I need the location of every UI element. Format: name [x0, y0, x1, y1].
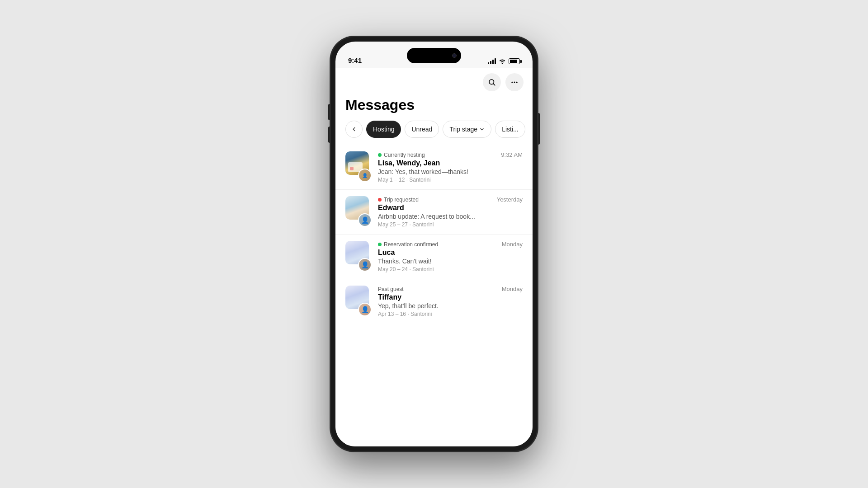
message-dates: May 20 – 24 · Santorini	[378, 266, 523, 272]
message-time: 9:32 AM	[501, 151, 523, 158]
message-preview: Thanks. Can't wait!	[378, 258, 523, 265]
message-header: Trip requested Yesterday	[378, 196, 523, 203]
message-time: Yesterday	[497, 196, 523, 203]
filter-unread-button[interactable]: Unread	[405, 121, 439, 138]
message-item[interactable]: 👤 Reservation confirmed Monday	[335, 234, 533, 279]
filter-hosting-label: Hosting	[373, 126, 394, 133]
guest-avatar: 👤	[358, 169, 372, 182]
message-time: Monday	[502, 241, 523, 248]
message-preview: Jean: Yes, that worked—thanks!	[378, 168, 523, 175]
phone-frame: 9:41	[330, 36, 538, 452]
guest-avatar: 👤	[358, 258, 372, 272]
filter-trip-stage-button[interactable]: Trip stage	[443, 121, 491, 138]
message-status: Trip requested	[378, 197, 419, 203]
message-names: Tiffany	[378, 293, 523, 301]
message-dates: May 25 – 27 · Santorini	[378, 221, 523, 228]
search-icon	[488, 78, 496, 86]
avatar-stack: 👤	[345, 151, 372, 182]
message-body: Trip requested Yesterday Edward Airbnb u…	[378, 196, 523, 228]
message-item[interactable]: 👤 Past guest Monday Tiffany Yep,	[335, 279, 533, 324]
battery-icon	[509, 58, 520, 64]
message-header: Reservation confirmed Monday	[378, 241, 523, 248]
message-body: Past guest Monday Tiffany Yep, that'll b…	[378, 286, 523, 317]
guest-avatar: 👤	[358, 303, 372, 316]
signal-icon	[488, 59, 496, 64]
header-actions	[335, 68, 533, 95]
search-button[interactable]	[483, 73, 501, 91]
filter-hosting-button[interactable]: Hosting	[366, 121, 401, 138]
svg-point-2	[511, 82, 513, 83]
phone-screen: 9:41	[335, 42, 533, 446]
chevron-down-icon	[479, 127, 485, 132]
status-dot	[378, 243, 382, 246]
message-item[interactable]: 👤 Currently hosting 9:32 AM	[335, 145, 533, 189]
guest-avatar: 👤	[358, 213, 372, 227]
power-button[interactable]	[538, 113, 540, 145]
avatar-stack: 👤	[345, 241, 372, 272]
avatar-stack: 👤	[345, 286, 372, 316]
more-icon	[510, 78, 519, 86]
message-time: Monday	[502, 286, 523, 292]
status-text: Reservation confirmed	[384, 241, 438, 248]
status-dot	[378, 198, 382, 202]
message-preview: Airbnb update: A request to book...	[378, 213, 523, 220]
message-status: Currently hosting	[378, 152, 425, 158]
status-text: Past guest	[378, 286, 404, 292]
filter-listing-button[interactable]: Listi...	[495, 121, 525, 138]
message-item[interactable]: 👤 Trip requested Yesterday	[335, 189, 533, 234]
message-body: Reservation confirmed Monday Luca Thanks…	[378, 241, 523, 272]
message-names: Lisa, Wendy, Jean	[378, 159, 523, 167]
message-body: Currently hosting 9:32 AM Lisa, Wendy, J…	[378, 151, 523, 183]
page-title: Messages	[335, 95, 533, 121]
filter-unread-label: Unread	[411, 126, 432, 133]
more-options-button[interactable]	[505, 73, 524, 91]
dynamic-island	[407, 48, 461, 63]
message-header: Past guest Monday	[378, 286, 523, 292]
status-text: Trip requested	[384, 197, 419, 203]
svg-point-3	[514, 82, 515, 83]
svg-point-4	[516, 82, 518, 83]
message-dates: Apr 13 – 16 · Santorini	[378, 311, 523, 317]
message-names: Luca	[378, 249, 523, 257]
camera-indicator	[452, 53, 457, 58]
filter-back-button[interactable]	[345, 121, 363, 138]
message-list: 👤 Currently hosting 9:32 AM	[335, 145, 533, 324]
message-status: Past guest	[378, 286, 404, 292]
app-content: Messages Hosting Unread Tri	[335, 68, 533, 446]
filter-trip-stage-label: Trip stage	[449, 126, 477, 133]
phone-device: 9:41	[330, 36, 538, 452]
message-dates: May 1 – 12 · Santorini	[378, 177, 523, 183]
status-text: Currently hosting	[384, 152, 425, 158]
wifi-icon	[499, 59, 506, 64]
message-header: Currently hosting 9:32 AM	[378, 151, 523, 158]
message-preview: Yep, that'll be perfect.	[378, 302, 523, 310]
status-dot	[378, 153, 382, 157]
filter-listing-label: Listi...	[502, 126, 519, 133]
status-icons	[488, 58, 520, 64]
svg-line-1	[493, 84, 495, 85]
back-icon	[351, 126, 357, 132]
filter-tabs: Hosting Unread Trip stage Listi...	[335, 121, 533, 138]
message-names: Edward	[378, 204, 523, 212]
avatar-stack: 👤	[345, 196, 372, 227]
message-status: Reservation confirmed	[378, 241, 438, 248]
